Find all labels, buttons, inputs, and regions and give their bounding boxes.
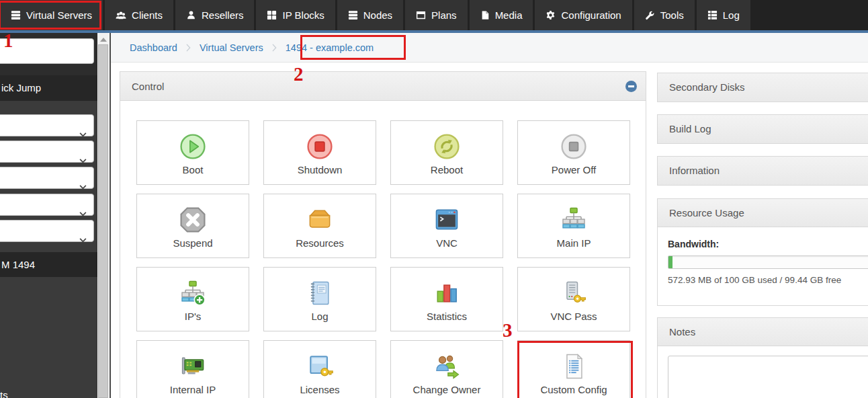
nav-item-tools[interactable]: Tools	[634, 0, 695, 30]
tile-label: Suspend	[173, 237, 212, 249]
information-panel[interactable]: Information	[657, 156, 868, 186]
breadcrumb-separator-icon	[272, 44, 277, 52]
resource-usage-panel: Resource Usage Bandwidth: 572.93 MB of 1…	[657, 198, 868, 306]
collapse-panel-button[interactable]	[625, 81, 637, 92]
sidebar-divider	[110, 33, 111, 398]
vnc-icon	[432, 204, 462, 236]
tile-internal-ip[interactable]: Internal IP	[136, 340, 249, 398]
tile-log[interactable]: Log	[263, 267, 376, 331]
nav-item-nodes[interactable]: Nodes	[337, 0, 403, 30]
nav-item-label: Virtual Servers	[26, 9, 92, 21]
resource-usage-body: Bandwidth: 572.93 MB of 100 GB used / 99…	[658, 227, 868, 285]
tile-label: Change Owner	[413, 384, 481, 395]
tile-label: Custom Config	[540, 384, 607, 395]
nav-item-media[interactable]: Media	[470, 0, 533, 30]
log-list-icon	[707, 10, 718, 20]
control-panel: Control BootShutdownRebootPower OffSuspe…	[120, 71, 646, 398]
notes-header[interactable]: Notes	[658, 318, 868, 346]
build-log-panel[interactable]: Build Log	[657, 114, 868, 144]
scroll-up-icon[interactable]	[100, 38, 107, 42]
internal-ip-icon	[178, 350, 208, 383]
nav-item-label: Log	[723, 9, 740, 21]
tile-shutdown[interactable]: Shutdown	[263, 120, 376, 185]
clients-icon	[116, 10, 126, 21]
solusvm-admin-page: Virtual ServersClientsResellersIP Blocks…	[0, 0, 868, 398]
nav-item-label: Nodes	[363, 9, 392, 21]
quick-jump-select-3[interactable]: rs --	[0, 167, 94, 189]
tile-label: Shutdown	[298, 164, 343, 175]
log-book-icon	[305, 277, 335, 309]
tile-label: Power Off	[552, 164, 596, 175]
quick-jump-select-2[interactable]	[0, 141, 94, 163]
tile-label: Reboot	[431, 164, 463, 175]
reboot-icon	[432, 130, 462, 163]
ip-blocks-icon	[267, 10, 277, 20]
bandwidth-usage-text: 572.93 MB of 100 GB used / 99.44 GB free	[668, 275, 868, 285]
tile-label: Resources	[296, 237, 344, 249]
notes-textarea[interactable]	[668, 356, 868, 398]
plans-icon	[416, 10, 426, 20]
tile-suspend[interactable]: Suspend	[136, 194, 249, 258]
breadcrumb-item-2[interactable]: Virtual Servers	[200, 42, 263, 53]
tile-label: Main IP	[557, 237, 591, 249]
quick-jump-select-5[interactable]	[0, 220, 94, 242]
search-input[interactable]	[0, 38, 94, 64]
quick-jump-select-1[interactable]	[0, 114, 94, 136]
scrollbar-thumb[interactable]	[98, 44, 108, 398]
tile-ip-s[interactable]: IP's	[136, 267, 249, 331]
tile-resources[interactable]: Resources	[263, 194, 376, 258]
notes-panel: Notes	[657, 317, 868, 398]
chevron-down-icon	[79, 229, 87, 250]
nav-item-virtual-servers[interactable]: Virtual Servers	[0, 0, 103, 30]
breadcrumb-item-3[interactable]: 1494 - example.com	[286, 42, 374, 53]
breadcrumb-item-1[interactable]: Dashboard	[130, 42, 177, 53]
control-panel-title: Control	[132, 81, 164, 92]
tile-vnc[interactable]: VNC	[390, 194, 503, 258]
quick-jump-label: ick Jump	[1, 82, 41, 93]
shutdown-icon	[305, 130, 335, 163]
nav-item-resellers[interactable]: Resellers	[175, 0, 255, 30]
change-owner-icon	[432, 350, 462, 383]
tile-custom-config[interactable]: Custom Config	[517, 340, 630, 398]
tile-label: Licenses	[300, 384, 339, 395]
media-icon	[480, 10, 490, 20]
tile-change-owner[interactable]: Change Owner	[390, 340, 503, 398]
nav-item-label: Configuration	[561, 9, 621, 21]
build-log-header[interactable]: Build Log	[658, 115, 868, 143]
tile-label: Statistics	[427, 311, 467, 322]
nav-item-log[interactable]: Log	[697, 0, 750, 30]
nav-item-configuration[interactable]: Configuration	[535, 0, 632, 30]
nav-item-label: IP Blocks	[282, 9, 324, 21]
statistics-icon	[432, 277, 462, 309]
tile-main-ip[interactable]: Main IP	[517, 194, 630, 258]
secondary-disks-header[interactable]: Secondary Disks	[658, 73, 868, 102]
breadcrumb-separator-icon	[186, 44, 191, 52]
nav-item-label: Resellers	[202, 9, 244, 21]
tile-boot[interactable]: Boot	[136, 120, 249, 185]
reseller-icon	[186, 10, 196, 20]
tile-power-off[interactable]: Power Off	[517, 120, 630, 185]
tile-label: Boot	[183, 164, 204, 175]
nav-item-clients[interactable]: Clients	[105, 0, 173, 30]
nav-item-label: Clients	[132, 9, 163, 21]
resource-usage-header[interactable]: Resource Usage	[658, 199, 868, 227]
bandwidth-label: Bandwidth:	[668, 239, 868, 249]
secondary-disks-panel[interactable]: Secondary Disks	[657, 73, 868, 102]
wrench-icon	[645, 10, 655, 20]
nodes-icon	[348, 10, 358, 20]
sidebar-scrollbar[interactable]	[97, 33, 109, 398]
suspend-icon	[178, 204, 208, 236]
tile-statistics[interactable]: Statistics	[390, 267, 503, 331]
nav-item-ip-blocks[interactable]: IP Blocks	[256, 0, 335, 30]
tile-licenses[interactable]: Licenses	[263, 340, 376, 398]
nav-item-plans[interactable]: Plans	[405, 0, 468, 30]
top-navbar: Virtual ServersClientsResellersIP Blocks…	[0, 0, 868, 30]
nav-item-label: Tools	[660, 9, 684, 21]
vnc-pass-icon	[559, 277, 589, 309]
information-header[interactable]: Information	[658, 157, 868, 185]
control-panel-body: BootShutdownRebootPower OffSuspendResour…	[120, 101, 646, 398]
tile-vnc-pass[interactable]: VNC Pass	[517, 267, 630, 331]
control-panel-header: Control	[120, 72, 646, 101]
quick-jump-select-4[interactable]	[0, 194, 94, 216]
tile-reboot[interactable]: Reboot	[390, 120, 503, 185]
